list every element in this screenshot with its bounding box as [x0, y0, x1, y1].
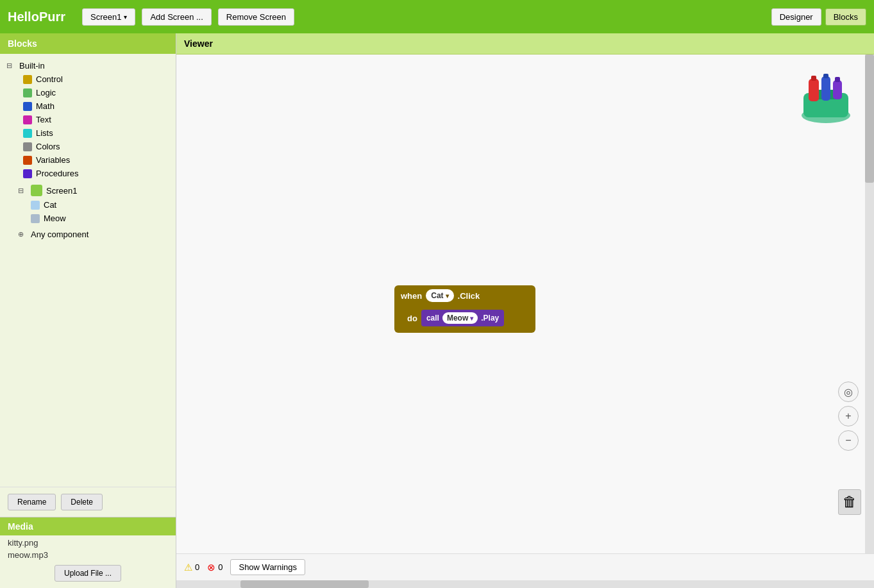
collapse-icon: ⊟	[6, 62, 15, 70]
media-file-kitty: kitty.png	[0, 535, 176, 548]
remove-screen-button[interactable]: Remove Screen	[218, 8, 294, 26]
any-component-label: Any component	[31, 230, 88, 239]
click-label: .Click	[458, 291, 480, 301]
logic-label: Logic	[36, 88, 56, 97]
screen-icon	[31, 185, 42, 196]
vertical-scrollbar[interactable]	[865, 55, 874, 553]
math-icon	[23, 102, 32, 111]
colors-icon	[23, 142, 32, 151]
meow-icon	[31, 214, 40, 223]
meow-dropdown[interactable]: Meow	[442, 312, 478, 324]
blocks-button[interactable]: Blocks	[825, 8, 866, 26]
horizontal-scrollbar[interactable]	[176, 580, 874, 588]
builtin-header[interactable]: ⊟ Built-in	[0, 59, 176, 72]
variables-icon	[23, 156, 32, 165]
lists-icon	[23, 129, 32, 138]
trash-icon[interactable]	[838, 489, 861, 515]
screen-dropdown[interactable]: Screen1	[82, 8, 135, 26]
trash-area[interactable]	[838, 489, 861, 515]
main-layout: Blocks ⊟ Built-in Control Logic Mat	[0, 33, 874, 588]
any-expand-icon: ⊕	[18, 230, 27, 239]
zoom-in-button[interactable]: +	[838, 406, 859, 426]
text-label: Text	[36, 115, 51, 124]
text-icon	[23, 115, 32, 124]
header-right: Designer Blocks	[771, 8, 866, 26]
svg-rect-8	[835, 77, 840, 82]
screen1-label: Screen1	[46, 186, 77, 196]
cat-item[interactable]: Cat	[0, 198, 176, 212]
sidebar-item-procedures[interactable]: Procedures	[0, 167, 176, 180]
variables-label: Variables	[36, 155, 70, 165]
sidebar-item-lists[interactable]: Lists	[0, 126, 176, 140]
svg-rect-4	[811, 76, 816, 81]
show-warnings-button[interactable]: Show Warnings	[230, 559, 305, 575]
viewer: Viewer	[176, 33, 874, 588]
cat-label: Cat	[44, 200, 56, 210]
svg-rect-6	[823, 74, 828, 78]
zoom-out-button[interactable]: −	[838, 430, 859, 451]
meow-label: Meow	[44, 214, 66, 223]
upload-file-button[interactable]: Upload File ...	[55, 565, 121, 582]
sidebar-header: Blocks	[0, 33, 176, 54]
add-screen-button[interactable]: Add Screen ...	[142, 8, 211, 26]
sidebar-item-math[interactable]: Math	[0, 99, 176, 113]
viewer-canvas[interactable]: when Cat .Click do call Meow .Play	[176, 55, 874, 553]
app-title: HelloPurr	[8, 10, 65, 24]
scrollbar-thumb[interactable]	[865, 55, 874, 183]
builtin-section: ⊟ Built-in Control Logic Math Text	[0, 59, 176, 180]
cat-dropdown-value: Cat	[431, 291, 443, 300]
builtin-label: Built-in	[19, 61, 45, 71]
math-label: Math	[36, 101, 55, 111]
app-logo	[797, 67, 855, 125]
svg-rect-5	[821, 76, 830, 101]
warning-badge: ⚠ 0	[184, 562, 199, 573]
viewer-bottom-bar: ⚠ 0 ⊗ 0 Show Warnings	[176, 553, 874, 580]
zoom-reset-button[interactable]: ◎	[838, 382, 859, 402]
meow-dropdown-value: Meow	[447, 314, 468, 323]
error-icon: ⊗	[207, 562, 215, 573]
error-badge: ⊗ 0	[207, 562, 223, 573]
sidebar-item-text[interactable]: Text	[0, 113, 176, 126]
call-label: call	[426, 314, 439, 323]
media-file-meow: meow.mp3	[0, 548, 176, 560]
svg-rect-3	[809, 79, 819, 101]
media-section: Media kitty.png meow.mp3 Upload File ...	[0, 517, 176, 588]
sidebar-item-logic[interactable]: Logic	[0, 86, 176, 99]
any-component-item[interactable]: ⊕ Any component	[0, 228, 176, 241]
sidebar-tree: ⊟ Built-in Control Logic Math Text	[0, 54, 176, 487]
meow-item[interactable]: Meow	[0, 212, 176, 225]
lists-label: Lists	[36, 128, 53, 138]
when-block: when Cat .Click	[394, 285, 535, 306]
blocks-diagram: when Cat .Click do call Meow .Play	[394, 285, 535, 333]
screen1-section: ⊟ Screen1 Cat Meow	[0, 183, 176, 225]
sidebar-item-variables[interactable]: Variables	[0, 153, 176, 167]
screen1-header[interactable]: ⊟ Screen1	[0, 183, 176, 198]
sidebar: Blocks ⊟ Built-in Control Logic Mat	[0, 33, 176, 588]
zoom-controls: ◎ + −	[838, 382, 859, 451]
sidebar-buttons: Rename Delete	[0, 487, 176, 517]
do-label: do	[407, 314, 417, 323]
h-scrollbar-thumb[interactable]	[240, 580, 369, 588]
procedures-icon	[23, 169, 32, 178]
viewer-header: Viewer	[176, 33, 874, 55]
cat-dropdown[interactable]: Cat	[426, 289, 453, 302]
play-label: .Play	[481, 314, 499, 323]
control-icon	[23, 75, 32, 84]
rename-button[interactable]: Rename	[8, 494, 56, 510]
procedures-label: Procedures	[36, 169, 78, 178]
error-count: 0	[218, 562, 223, 572]
warning-count: 0	[195, 562, 199, 572]
designer-button[interactable]: Designer	[771, 8, 821, 26]
colors-label: Colors	[36, 142, 60, 151]
sidebar-item-control[interactable]: Control	[0, 72, 176, 86]
call-block: call Meow .Play	[421, 310, 504, 326]
screen-collapse-icon: ⊟	[18, 187, 27, 195]
logic-icon	[23, 88, 32, 97]
cat-icon	[31, 201, 40, 210]
when-label: when	[401, 291, 422, 301]
svg-rect-7	[833, 80, 842, 99]
control-label: Control	[36, 74, 63, 84]
warning-icon: ⚠	[184, 562, 192, 573]
sidebar-item-colors[interactable]: Colors	[0, 140, 176, 153]
delete-button[interactable]: Delete	[61, 494, 103, 510]
